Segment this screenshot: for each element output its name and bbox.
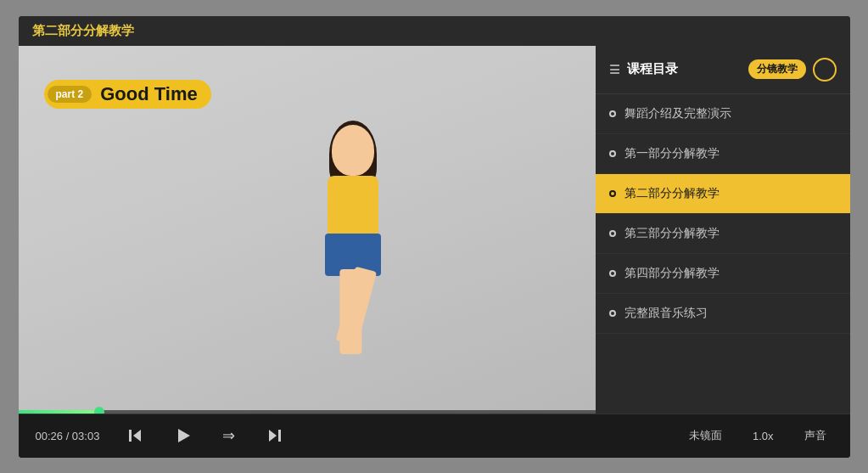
play-icon xyxy=(175,427,192,444)
video-background: part 2 Good Time xyxy=(19,46,596,414)
video-area[interactable]: part 2 Good Time xyxy=(19,46,596,414)
svg-marker-1 xyxy=(133,430,141,442)
skip-next-icon xyxy=(266,427,283,444)
sidebar: ☰ 课程目录 分镜教学 舞蹈介绍及完整演示 第一部分分解教学 xyxy=(596,46,850,414)
mirror-label: 未镜面 xyxy=(689,428,722,443)
forward-arrow-button[interactable]: ⇒ xyxy=(216,423,242,448)
title-bar: 第二部分分解教学 xyxy=(19,16,850,46)
menu-label-4: 第四部分分解教学 xyxy=(624,266,720,281)
part-label-overlay: part 2 Good Time xyxy=(44,80,211,109)
menu-item-0[interactable]: 舞蹈介绍及完整演示 xyxy=(596,94,850,134)
dancer-torso xyxy=(328,176,378,235)
mirror-button[interactable]: 未镜面 xyxy=(682,425,729,447)
menu-label-2: 第二部分分解教学 xyxy=(624,186,720,201)
menu-icon: ☰ xyxy=(609,63,620,76)
part-badge: part 2 xyxy=(48,86,92,103)
menu-dot-3 xyxy=(609,230,616,237)
svg-rect-4 xyxy=(278,430,281,442)
menu-dot-2 xyxy=(609,190,616,197)
sidebar-header: ☰ 课程目录 分镜教学 xyxy=(596,46,850,94)
svg-rect-0 xyxy=(129,430,132,442)
skip-back-button[interactable] xyxy=(120,424,151,448)
sidebar-menu: 舞蹈介绍及完整演示 第一部分分解教学 第二部分分解教学 第三部分分解教学 第四部… xyxy=(596,94,850,414)
dancer-head xyxy=(332,125,374,176)
sidebar-badge[interactable]: 分镜教学 xyxy=(748,59,806,79)
sidebar-badge-circle xyxy=(813,58,837,82)
speed-label: 1.0x xyxy=(753,430,774,442)
video-progress-dot xyxy=(94,407,104,414)
menu-label-3: 第三部分分解教学 xyxy=(624,226,720,241)
skip-next-button[interactable] xyxy=(259,424,289,448)
menu-dot-5 xyxy=(609,310,616,317)
skip-back-icon xyxy=(127,427,144,444)
menu-dot-0 xyxy=(609,110,616,117)
svg-marker-2 xyxy=(178,429,190,442)
audio-button[interactable]: 声音 xyxy=(798,425,833,447)
svg-marker-3 xyxy=(269,430,277,442)
sidebar-title-container: ☰ 课程目录 xyxy=(609,61,678,77)
time-display: 00:26 / 03:03 xyxy=(36,430,104,442)
menu-item-5[interactable]: 完整跟音乐练习 xyxy=(596,294,850,334)
sidebar-title-text: 课程目录 xyxy=(627,61,678,77)
forward-arrow-icon: ⇒ xyxy=(222,426,235,445)
controls-bar: 00:26 / 03:03 ⇒ 未镜面 1.0x xyxy=(19,414,850,458)
audio-label: 声音 xyxy=(804,428,826,443)
play-button[interactable] xyxy=(168,424,199,448)
page-title: 第二部分分解教学 xyxy=(32,23,134,37)
menu-item-2[interactable]: 第二部分分解教学 xyxy=(596,174,850,214)
menu-label-1: 第一部分分解教学 xyxy=(624,146,720,161)
app-container: 第二部分分解教学 part 2 Good Time xyxy=(19,16,850,458)
menu-item-1[interactable]: 第一部分分解教学 xyxy=(596,134,850,174)
dancer-body xyxy=(277,125,429,397)
part-title: Good Time xyxy=(100,83,198,105)
video-progress-fill xyxy=(19,410,99,414)
menu-item-4[interactable]: 第四部分分解教学 xyxy=(596,254,850,294)
dancer-figure xyxy=(277,125,429,397)
speed-button[interactable]: 1.0x xyxy=(746,426,781,446)
menu-dot-4 xyxy=(609,270,616,277)
video-progress-bar[interactable] xyxy=(19,410,596,414)
menu-item-3[interactable]: 第三部分分解教学 xyxy=(596,214,850,254)
menu-dot-1 xyxy=(609,150,616,157)
menu-label-0: 舞蹈介绍及完整演示 xyxy=(624,106,731,121)
sidebar-badge-row: 分镜教学 xyxy=(748,58,837,82)
main-content: part 2 Good Time xyxy=(19,46,850,414)
menu-label-5: 完整跟音乐练习 xyxy=(624,306,708,321)
